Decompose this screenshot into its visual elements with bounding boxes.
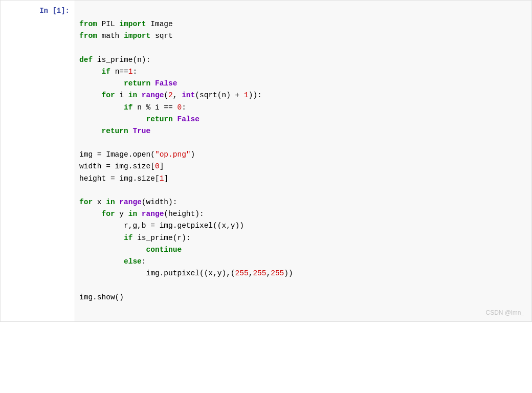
cell-content[interactable]: from PIL import Image from math import s…	[75, 1, 531, 321]
code-block: from PIL import Image from math import s…	[79, 7, 523, 315]
code-cell[interactable]: In [1]: from PIL import Image from math …	[0, 0, 532, 322]
notebook: In [1]: from PIL import Image from math …	[0, 0, 532, 393]
cell-label: In [1]:	[1, 1, 75, 321]
watermark: CSDN @lmn_	[485, 309, 524, 316]
